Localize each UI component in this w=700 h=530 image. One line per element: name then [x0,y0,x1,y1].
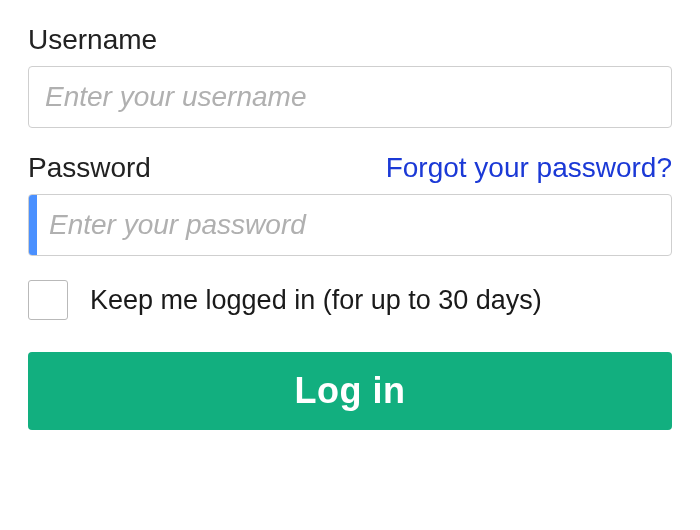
password-input[interactable] [28,194,672,256]
remember-row: Keep me logged in (for up to 30 days) [28,280,672,320]
password-label-row: Password Forgot your password? [28,152,672,184]
login-button[interactable]: Log in [28,352,672,430]
password-label: Password [28,152,151,184]
username-label-row: Username [28,24,672,56]
forgot-password-link[interactable]: Forgot your password? [386,152,672,184]
username-label: Username [28,24,157,56]
login-form: Username Password Forgot your password? … [28,24,672,430]
remember-checkbox[interactable] [28,280,68,320]
password-group: Password Forgot your password? [28,152,672,256]
username-group: Username [28,24,672,128]
remember-label[interactable]: Keep me logged in (for up to 30 days) [90,285,542,316]
username-input[interactable] [28,66,672,128]
password-input-wrapper [28,194,672,256]
